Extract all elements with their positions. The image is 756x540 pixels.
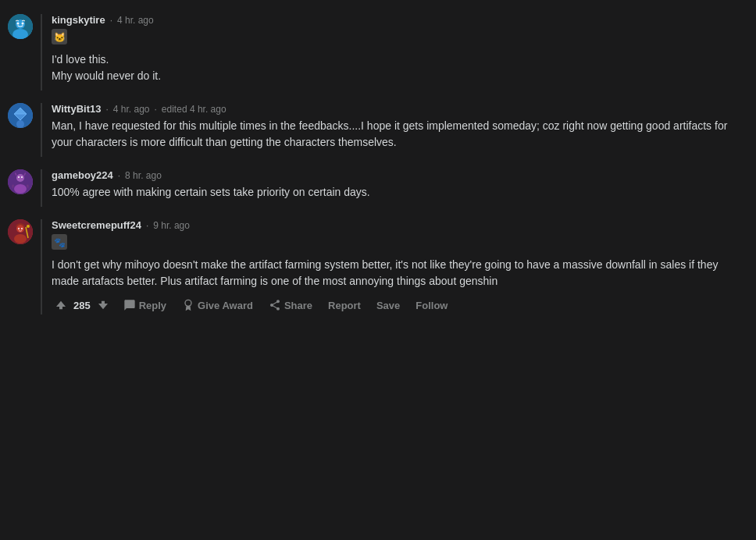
svg-point-4 [22, 23, 24, 25]
comment-text: I'd love this. Mhy would never do it. [52, 52, 748, 84]
svg-point-11 [16, 120, 24, 128]
username[interactable]: Sweetcremepuff24 [52, 219, 141, 231]
comment-header: kingskytire · 4 hr. ago [52, 14, 748, 26]
avatar [8, 103, 33, 128]
comment-body: kingskytire · 4 hr. ago 🐱 I'd love this.… [41, 14, 748, 91]
vote-section: 285 [52, 297, 112, 313]
timestamp: 4 hr. ago [117, 15, 154, 26]
avatar [8, 14, 33, 39]
follow-button[interactable]: Follow [411, 297, 452, 314]
comment-text: I don't get why mihoyo doesn't make the … [52, 257, 748, 290]
comment-body: WittyBit13 · 4 hr. ago · edited 4 hr. ag… [41, 103, 748, 157]
username[interactable]: gameboy224 [52, 169, 113, 181]
comment-item: gameboy224 · 8 hr. ago 100% agree with m… [8, 163, 748, 213]
username[interactable]: kingskytire [52, 14, 105, 26]
comment-header: Sweetcremepuff24 · 9 hr. ago [52, 219, 748, 231]
save-button[interactable]: Save [372, 297, 405, 314]
comment-header: WittyBit13 · 4 hr. ago · edited 4 hr. ag… [52, 103, 748, 115]
svg-point-16 [14, 184, 27, 194]
comment-item: kingskytire · 4 hr. ago 🐱 I'd love this.… [8, 8, 748, 97]
flair-icon: 🐾 [52, 234, 748, 252]
share-button[interactable]: Share [264, 296, 317, 314]
comment-text: Man, I have requested for this multiple … [52, 118, 748, 151]
svg-point-19 [18, 228, 20, 229]
flair-icon: 🐱 [52, 29, 748, 47]
edited-tag: edited 4 hr. ago [162, 104, 226, 115]
svg-text:🐾: 🐾 [54, 236, 66, 248]
comment-body: gameboy224 · 8 hr. ago 100% agree with m… [41, 169, 748, 207]
upvote-button[interactable] [52, 297, 70, 313]
avatar [8, 219, 33, 244]
svg-point-1 [16, 20, 25, 29]
give-award-button[interactable]: Give Award [177, 296, 258, 314]
comment-text: 100% agree with making certain sets take… [52, 184, 748, 201]
comment-header: gameboy224 · 8 hr. ago [52, 169, 748, 181]
avatar [8, 169, 33, 194]
svg-text:🐱: 🐱 [54, 31, 66, 43]
svg-point-15 [21, 176, 23, 178]
award-icon [182, 299, 194, 311]
timestamp: 4 hr. ago [113, 104, 150, 115]
report-button[interactable]: Report [323, 297, 366, 314]
share-icon [269, 299, 281, 311]
comment-item: WittyBit13 · 4 hr. ago · edited 4 hr. ag… [8, 97, 748, 163]
timestamp: 8 hr. ago [125, 170, 162, 181]
svg-point-20 [21, 228, 23, 229]
reply-icon [123, 299, 136, 311]
svg-point-23 [27, 225, 30, 228]
svg-point-13 [16, 174, 24, 182]
vote-count: 285 [73, 300, 91, 311]
comment-actions: 285 Reply [52, 296, 748, 314]
reply-button[interactable]: Reply [119, 296, 171, 314]
timestamp: 9 hr. ago [153, 220, 190, 231]
svg-point-21 [14, 234, 27, 243]
comment-item: Sweetcremepuff24 · 9 hr. ago 🐾 I don't g… [8, 213, 748, 321]
comment-thread: kingskytire · 4 hr. ago 🐱 I'd love this.… [0, 8, 756, 321]
downvote-button[interactable] [94, 297, 112, 313]
comment-body: Sweetcremepuff24 · 9 hr. ago 🐾 I don't g… [41, 219, 748, 314]
svg-point-3 [17, 23, 20, 25]
svg-point-26 [185, 300, 191, 306]
svg-point-14 [18, 176, 20, 178]
username[interactable]: WittyBit13 [52, 103, 101, 115]
